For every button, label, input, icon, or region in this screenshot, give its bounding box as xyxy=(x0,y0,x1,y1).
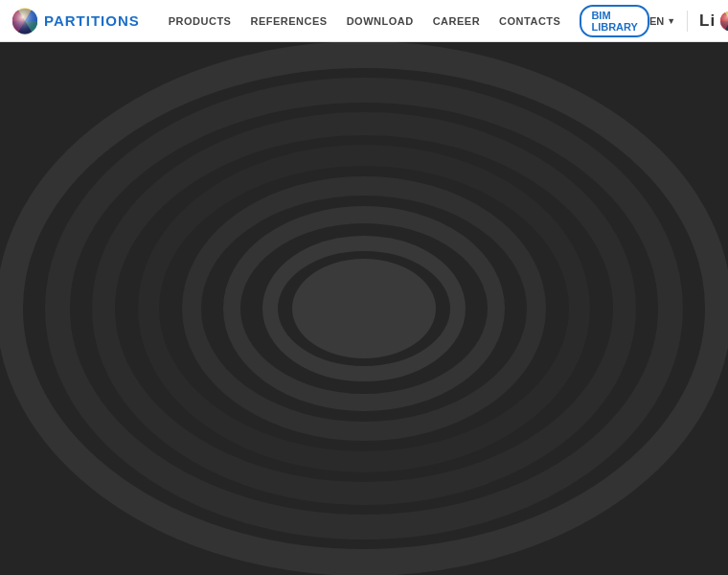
header: PARTITIONS PRODUCTS REFERENCES DOWNLOAD … xyxy=(0,0,728,42)
lang-text: EN xyxy=(649,15,664,27)
brand-logo: Li S international ▼ xyxy=(687,11,728,32)
main-content xyxy=(0,42,728,575)
svg-point-3 xyxy=(720,12,728,31)
main-nav: PRODUCTS REFERENCES DOWNLOAD CAREER CONT… xyxy=(169,5,649,37)
nav-references[interactable]: REFERENCES xyxy=(250,15,327,27)
nav-contacts[interactable]: CONTACTS xyxy=(499,15,560,27)
nav-bim-library[interactable]: BIM LIBRARY xyxy=(580,5,648,37)
logo-icon xyxy=(11,8,38,34)
logo-text: PARTITIONS xyxy=(44,12,140,29)
right-area: EN ▼ Li S xyxy=(649,11,728,32)
svg-point-1 xyxy=(12,9,37,34)
logo-area: PARTITIONS xyxy=(11,8,140,34)
svg-point-12 xyxy=(292,259,436,358)
brand-li: Li xyxy=(699,12,716,31)
lang-selector[interactable]: EN ▼ xyxy=(649,15,675,27)
nav-download[interactable]: DOWNLOAD xyxy=(347,15,414,27)
lang-arrow-icon: ▼ xyxy=(667,16,675,26)
nav-career[interactable]: CAREER xyxy=(433,15,480,27)
background-svg xyxy=(0,42,728,575)
brand-sphere-icon xyxy=(719,11,728,32)
nav-products[interactable]: PRODUCTS xyxy=(169,15,232,27)
